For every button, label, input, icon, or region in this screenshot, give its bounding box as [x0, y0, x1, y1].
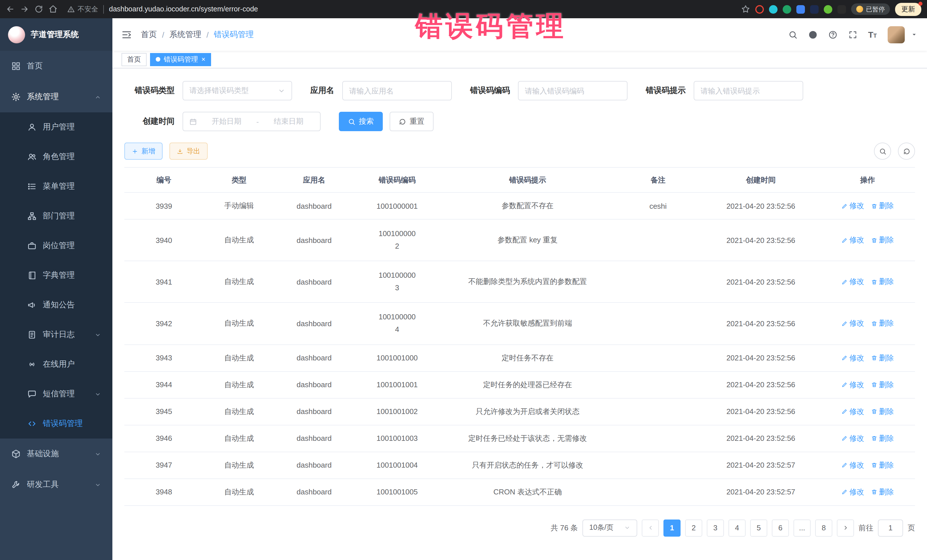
app-name-input[interactable]: [342, 81, 452, 100]
error-type-select[interactable]: 请选择错误码类型: [182, 81, 292, 100]
page-button-3[interactable]: 3: [707, 519, 724, 536]
extension-icon[interactable]: [796, 5, 805, 14]
search-button[interactable]: 搜索: [339, 112, 383, 131]
delete-button[interactable]: 删除: [871, 487, 894, 497]
col-id: 编号: [125, 167, 204, 193]
error-msg-input[interactable]: [694, 81, 803, 100]
delete-button[interactable]: 删除: [871, 201, 894, 211]
start-date-input[interactable]: 开始日期: [201, 116, 252, 127]
extension-icon[interactable]: [810, 5, 819, 14]
font-size-icon[interactable]: TT: [868, 30, 877, 39]
delete-button[interactable]: 删除: [871, 406, 894, 417]
page-button-6[interactable]: 6: [772, 519, 789, 536]
sidebar-item-error-code[interactable]: 错误码管理: [0, 409, 112, 439]
browser-home-icon[interactable]: [49, 5, 58, 14]
end-date-input[interactable]: 结束日期: [263, 116, 314, 127]
delete-button[interactable]: 删除: [871, 235, 894, 245]
browser-update-button[interactable]: 更新: [895, 3, 921, 16]
sidebar-item-users[interactable]: 用户管理: [0, 112, 112, 142]
avatar-caret-down-icon[interactable]: [910, 31, 918, 38]
browser-reload-icon[interactable]: [34, 5, 43, 14]
delete-button[interactable]: 删除: [871, 353, 894, 363]
reset-button[interactable]: 重置: [390, 112, 433, 131]
edit-button[interactable]: 修改: [842, 379, 864, 390]
edit-icon: [842, 462, 848, 468]
search-icon: [348, 118, 356, 125]
edit-button[interactable]: 修改: [842, 319, 864, 329]
sidebar-item-dev-tools[interactable]: 研发工具: [0, 469, 112, 500]
extension-icon[interactable]: [783, 5, 791, 14]
page-size-select[interactable]: 10条/页: [582, 519, 637, 536]
page-button-4[interactable]: 4: [728, 519, 746, 536]
edit-button[interactable]: 修改: [842, 460, 864, 470]
edit-icon: [842, 355, 848, 361]
delete-button[interactable]: 删除: [871, 379, 894, 390]
tags-bar: 首页 错误码管理 ×: [112, 51, 927, 68]
page-button-8[interactable]: 8: [815, 519, 832, 536]
bookmark-star-icon[interactable]: [741, 5, 750, 14]
close-icon[interactable]: ×: [201, 56, 205, 63]
search-icon[interactable]: [788, 30, 797, 39]
delete-button[interactable]: 删除: [871, 433, 894, 443]
github-icon[interactable]: [808, 30, 817, 39]
browser-forward-icon[interactable]: [20, 5, 29, 14]
chevron-left-icon: [647, 525, 653, 531]
sidebar-item-online-users[interactable]: 在线用户: [0, 349, 112, 379]
prev-page-button[interactable]: [642, 519, 659, 536]
refresh-table-button[interactable]: [898, 143, 915, 160]
fullscreen-icon[interactable]: [848, 30, 857, 39]
delete-button[interactable]: 删除: [871, 277, 894, 287]
sidebar-item-infrastructure[interactable]: 基础设施: [0, 439, 112, 469]
sidebar-item-audit-log[interactable]: 审计日志: [0, 320, 112, 349]
sidebar-item-home[interactable]: 首页: [0, 51, 112, 82]
refresh-icon: [903, 147, 910, 155]
sidebar-item-notice[interactable]: 通知公告: [0, 290, 112, 320]
sidebar-item-departments[interactable]: 部门管理: [0, 201, 112, 231]
extension-icon[interactable]: [837, 5, 846, 14]
more-pages-button[interactable]: ...: [793, 519, 811, 536]
toggle-search-button[interactable]: [874, 143, 891, 160]
export-button[interactable]: 导出: [169, 143, 208, 160]
address-bar[interactable]: dashboard.yudao.iocoder.cn/system/error-…: [109, 5, 736, 13]
page-content: 错误码类型 请选择错误码类型 应用名 错误码编码: [112, 68, 927, 560]
add-button[interactable]: 新增: [125, 143, 163, 160]
breadcrumb-home[interactable]: 首页: [141, 29, 157, 39]
edit-button[interactable]: 修改: [842, 406, 864, 417]
table-row: 3940 自动生成 dashboard 1001000002 参数配置 key …: [125, 219, 915, 261]
extension-icon[interactable]: [755, 5, 764, 14]
edit-button[interactable]: 修改: [842, 201, 864, 211]
sidebar-item-roles[interactable]: 角色管理: [0, 142, 112, 171]
page-button-5[interactable]: 5: [750, 519, 767, 536]
breadcrumb-system[interactable]: 系统管理: [169, 29, 201, 39]
error-code-input[interactable]: [518, 81, 628, 100]
delete-button[interactable]: 删除: [871, 460, 894, 470]
help-icon[interactable]: [828, 30, 837, 39]
app-logo[interactable]: 芋道管理系统: [0, 18, 112, 51]
extension-icon[interactable]: [769, 5, 778, 14]
paused-badge[interactable]: 已暂停: [851, 3, 890, 15]
goto-page-input[interactable]: [878, 519, 903, 536]
delete-button[interactable]: 删除: [871, 319, 894, 329]
extension-icon[interactable]: [824, 5, 832, 14]
sidebar-item-posts[interactable]: 岗位管理: [0, 231, 112, 261]
edit-button[interactable]: 修改: [842, 235, 864, 245]
sidebar-item-system[interactable]: 系统管理: [0, 82, 112, 112]
profile-face-icon: [856, 6, 863, 12]
sidebar-item-menus[interactable]: 菜单管理: [0, 171, 112, 201]
edit-button[interactable]: 修改: [842, 353, 864, 363]
tab-home[interactable]: 首页: [122, 53, 147, 66]
edit-button[interactable]: 修改: [842, 277, 864, 287]
page-button-2[interactable]: 2: [685, 519, 702, 536]
edit-button[interactable]: 修改: [842, 487, 864, 497]
edit-button[interactable]: 修改: [842, 433, 864, 443]
page-button-1[interactable]: 1: [663, 519, 681, 536]
avatar[interactable]: [887, 26, 905, 43]
sidebar-item-sms[interactable]: 短信管理: [0, 379, 112, 409]
next-page-button[interactable]: [837, 519, 854, 536]
browser-back-icon[interactable]: [6, 5, 15, 14]
sidebar-collapse-icon[interactable]: [122, 29, 132, 39]
date-range-picker[interactable]: 开始日期 - 结束日期: [182, 112, 321, 131]
tab-error-code[interactable]: 错误码管理 ×: [150, 53, 211, 66]
security-indicator[interactable]: 不安全: [67, 4, 98, 14]
sidebar-item-dictionary[interactable]: 字典管理: [0, 261, 112, 290]
